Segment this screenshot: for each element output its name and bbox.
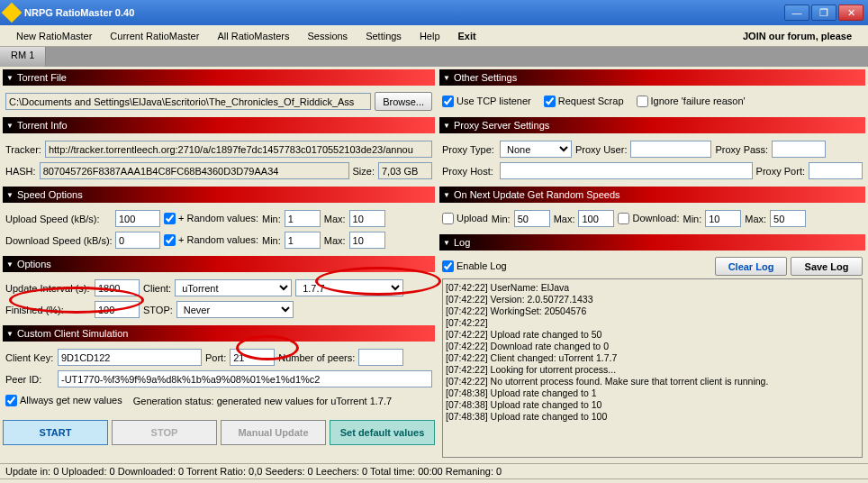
log-textarea[interactable]: [07:42:22] UserName: ElJava[07:42:22] Ve…: [442, 278, 863, 458]
hdr-log[interactable]: Log: [439, 234, 865, 251]
minimize-button[interactable]: —: [784, 5, 809, 21]
status-line: Update in: 0 Uploaded: 0 Downloaded: 0 T…: [0, 463, 868, 478]
rand-dn-check[interactable]: [618, 213, 629, 224]
menubar: New RatioMaster Current RatioMaster All …: [0, 25, 868, 47]
app-icon: [2, 3, 23, 23]
finished-input[interactable]: [95, 301, 140, 318]
proxyport-label: Proxy Port:: [756, 166, 805, 177]
proxytype-select[interactable]: None: [500, 141, 572, 158]
dnspeed-label: Download Speed (kB/s):: [5, 235, 112, 246]
proxyport-input[interactable]: [809, 162, 863, 179]
client-label: Client:: [143, 283, 171, 294]
proxyuser-input[interactable]: [630, 141, 711, 158]
peerid-input[interactable]: [58, 370, 432, 387]
port-label: Port:: [205, 352, 226, 363]
clear-log-button[interactable]: Clear Log: [715, 257, 787, 276]
hdr-custom[interactable]: Custom Client Simulation: [3, 325, 435, 342]
tracker-field: [45, 141, 432, 158]
rand-dn-max[interactable]: [770, 210, 806, 227]
start-button[interactable]: START: [3, 420, 108, 445]
dnspeed-input[interactable]: [115, 232, 160, 249]
close-button[interactable]: ✕: [838, 5, 863, 21]
dn-min-input[interactable]: [285, 232, 321, 249]
menu-exit[interactable]: Exit: [449, 28, 485, 44]
key-label: Client Key:: [5, 352, 54, 363]
save-log-button[interactable]: Save Log: [791, 257, 863, 276]
hdr-other[interactable]: Other Settings: [439, 69, 865, 86]
upspeed-label: Upload Speed (kB/s):: [5, 214, 112, 224]
port-input[interactable]: [230, 349, 275, 366]
proxypass-input[interactable]: [772, 141, 826, 158]
proxytype-label: Proxy Type:: [442, 144, 496, 155]
menu-help[interactable]: Help: [411, 28, 449, 44]
window-title: NRPG RatioMaster 0.40: [24, 7, 782, 18]
stop-label: STOP:: [143, 305, 173, 315]
up-min-input[interactable]: [285, 210, 321, 227]
menu-sessions[interactable]: Sessions: [298, 28, 357, 44]
tracker-label: Tracker:: [5, 144, 41, 155]
rand-up-max[interactable]: [578, 210, 614, 227]
titlebar: NRPG RatioMaster 0.40 — ❐ ✕: [0, 0, 868, 25]
default-button[interactable]: Set default values: [330, 420, 435, 445]
proxypass-label: Proxy Pass:: [715, 144, 768, 155]
manual-update-button[interactable]: Manual Update: [221, 420, 326, 445]
ignore-check[interactable]: [637, 96, 648, 107]
hdr-options[interactable]: Options: [3, 256, 435, 272]
size-field: [378, 162, 432, 179]
version-bar: Version: 0.40 Local: 0400 Release date: …: [0, 478, 868, 483]
interval-input[interactable]: [95, 279, 140, 296]
peers-input[interactable]: [358, 349, 403, 366]
client-select[interactable]: uTorrent: [175, 279, 292, 296]
rand-up-check[interactable]: [442, 213, 454, 224]
peers-label: Number of peers:: [278, 352, 355, 363]
hdr-speed[interactable]: Speed Options: [3, 187, 435, 203]
browse-button[interactable]: Browse...: [375, 92, 432, 111]
tcp-check[interactable]: [442, 96, 454, 107]
proxyhost-input[interactable]: [500, 162, 753, 179]
upspeed-input[interactable]: [115, 210, 160, 227]
enable-log-check[interactable]: [442, 260, 454, 272]
interval-label: Update Interval (s):: [5, 283, 91, 294]
maximize-button[interactable]: ❐: [811, 5, 836, 21]
proxyuser-label: Proxy User:: [575, 144, 627, 155]
size-label: Size:: [353, 166, 375, 177]
version-select[interactable]: 1.7.7: [295, 279, 403, 296]
hdr-rand[interactable]: On Next Update Get Random Speeds: [439, 187, 865, 203]
hash-field: [40, 162, 349, 179]
hash-label: HASH:: [5, 166, 36, 177]
forum-link[interactable]: JOIN our forum, please: [734, 28, 861, 44]
up-random-check[interactable]: [164, 213, 176, 224]
rand-dn-min[interactable]: [705, 210, 741, 227]
hdr-torrent-file[interactable]: Torrent File: [3, 69, 435, 86]
hdr-proxy[interactable]: Proxy Server Settings: [439, 117, 865, 133]
finished-label: Finished (%):: [5, 305, 91, 315]
scrap-check[interactable]: [544, 96, 556, 107]
tabbar: RM 1: [0, 47, 868, 67]
dn-max-input[interactable]: [349, 232, 385, 249]
peerid-label: Peer ID:: [5, 374, 54, 385]
menu-current[interactable]: Current RatioMaster: [101, 28, 208, 44]
rand-up-min[interactable]: [514, 210, 550, 227]
key-input[interactable]: [58, 349, 202, 366]
tab-rm1[interactable]: RM 1: [0, 47, 46, 67]
menu-new[interactable]: New RatioMaster: [7, 28, 101, 44]
menu-settings[interactable]: Settings: [357, 28, 411, 44]
proxyhost-label: Proxy Host:: [442, 166, 496, 177]
hdr-torrent-info[interactable]: Torrent Info: [3, 117, 435, 133]
dn-random-check[interactable]: [164, 234, 176, 246]
torrent-path: [5, 93, 371, 110]
stop-select[interactable]: Never: [176, 301, 294, 318]
always-check[interactable]: [5, 395, 17, 406]
stop-button[interactable]: STOP: [112, 420, 217, 445]
up-max-input[interactable]: [349, 210, 385, 227]
gen-status: Generation status: generated new values …: [133, 396, 392, 406]
menu-all[interactable]: All RatioMasters: [208, 28, 298, 44]
